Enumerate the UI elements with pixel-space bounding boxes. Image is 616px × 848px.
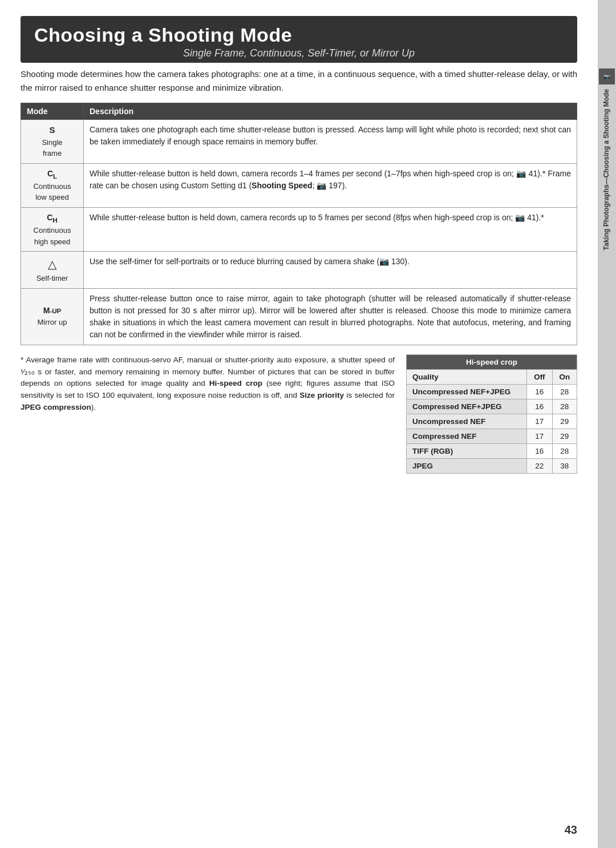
side-tab-icon: 📷: [599, 68, 615, 84]
hicrop-quality-label: Uncompressed NEF: [407, 414, 527, 429]
mode-symbol-ch: CH: [47, 213, 58, 222]
mode-cell-ch: CH Continuoushigh speed: [21, 207, 84, 251]
page-number: 43: [565, 823, 577, 837]
hicrop-row: TIFF (RGB) 16 28: [407, 443, 577, 458]
mode-name-ch: Continuoushigh speed: [34, 226, 71, 246]
hicrop-on-value: 28: [552, 384, 577, 399]
hicrop-container: Hi-speed crop Quality Off On Uncompresse…: [406, 354, 577, 474]
hicrop-header-row: Hi-speed crop: [407, 354, 577, 369]
hicrop-off-value: 16: [527, 384, 552, 399]
footnote-text: * Average frame rate with continuous-ser…: [21, 354, 395, 474]
hicrop-off-value: 17: [527, 429, 552, 443]
side-tab: 📷 Taking Photographs—Choosing a Shooting…: [598, 0, 616, 848]
mode-table: Mode Description S Singleframe Camera ta…: [21, 103, 577, 345]
table-row: CL Continuouslow speed While shutter-rel…: [21, 163, 577, 207]
hicrop-row: Uncompressed NEF 17 29: [407, 414, 577, 429]
mode-cell-cl: CL Continuouslow speed: [21, 163, 84, 207]
table-row: M-UP Mirror up Press shutter-release but…: [21, 288, 577, 345]
mode-name-mirrorup: Mirror up: [37, 318, 67, 326]
header-box: Choosing a Shooting Mode Single Frame, C…: [21, 16, 577, 63]
hicrop-off-value: 22: [527, 458, 552, 473]
hicrop-on-value: 29: [552, 414, 577, 429]
mode-cell-selftimer: △ Self-timer: [21, 252, 84, 289]
desc-cell-selftimer: Use the self-timer for self-portraits or…: [84, 252, 577, 289]
mode-symbol-cl: CL: [47, 169, 57, 178]
mode-symbol-single: S: [49, 125, 55, 135]
table-row: S Singleframe Camera takes one photograp…: [21, 120, 577, 164]
hicrop-off-value: 17: [527, 414, 552, 429]
hicrop-on-value: 38: [552, 458, 577, 473]
desc-cell-mirrorup: Press shutter-release button once to rai…: [84, 288, 577, 345]
intro-paragraph: Shooting mode determines how the camera …: [21, 67, 577, 95]
bottom-section: * Average frame rate with continuous-ser…: [21, 354, 577, 474]
hicrop-row: Compressed NEF+JPEG 16 28: [407, 399, 577, 414]
mode-cell-single: S Singleframe: [21, 120, 84, 164]
table-row: CH Continuoushigh speed While shutter-re…: [21, 207, 577, 251]
mode-symbol-selftimer: △: [48, 258, 56, 270]
main-content: Choosing a Shooting Mode Single Frame, C…: [0, 0, 598, 848]
col-description-header: Description: [84, 103, 577, 120]
page-title: Choosing a Shooting Mode: [34, 24, 564, 46]
hicrop-row: JPEG 22 38: [407, 458, 577, 473]
hicrop-row: Uncompressed NEF+JPEG 16 28: [407, 384, 577, 399]
hicrop-quality-label: JPEG: [407, 458, 527, 473]
asterisk-symbol: *: [21, 356, 26, 364]
mode-name-selftimer: Self-timer: [37, 274, 68, 282]
hicrop-quality-label: TIFF (RGB): [407, 443, 527, 458]
hicrop-quality-label: Compressed NEF: [407, 429, 527, 443]
hicrop-offon-row: Quality Off On: [407, 369, 577, 384]
hicrop-on-value: 28: [552, 443, 577, 458]
desc-cell-single: Camera takes one photograph each time sh…: [84, 120, 577, 164]
on-header: On: [552, 369, 577, 384]
col-mode-header: Mode: [21, 103, 84, 120]
quality-label: Quality: [407, 369, 527, 384]
desc-cell-ch: While shutter-release button is held dow…: [84, 207, 577, 251]
mode-name-single: Singleframe: [42, 138, 62, 158]
hicrop-main-header: Hi-speed crop: [407, 354, 577, 369]
side-tab-label: Taking Photographs—Choosing a Shooting M…: [602, 89, 611, 250]
hicrop-on-value: 28: [552, 399, 577, 414]
hicrop-on-value: 29: [552, 429, 577, 443]
hicrop-table: Hi-speed crop Quality Off On Uncompresse…: [406, 354, 577, 474]
hicrop-quality-label: Compressed NEF+JPEG: [407, 399, 527, 414]
hicrop-off-value: 16: [527, 443, 552, 458]
mode-cell-mirrorup: M-UP Mirror up: [21, 288, 84, 345]
hicrop-quality-label: Uncompressed NEF+JPEG: [407, 384, 527, 399]
table-row: △ Self-timer Use the self-timer for self…: [21, 252, 577, 289]
hicrop-off-value: 16: [527, 399, 552, 414]
header-subtitle: Single Frame, Continuous, Self-Timer, or…: [34, 47, 564, 59]
mode-name-cl: Continuouslow speed: [34, 182, 71, 202]
off-header: Off: [527, 369, 552, 384]
hicrop-row: Compressed NEF 17 29: [407, 429, 577, 443]
desc-cell-cl: While shutter-release button is held dow…: [84, 163, 577, 207]
mode-symbol-mirrorup: M-UP: [43, 306, 62, 315]
